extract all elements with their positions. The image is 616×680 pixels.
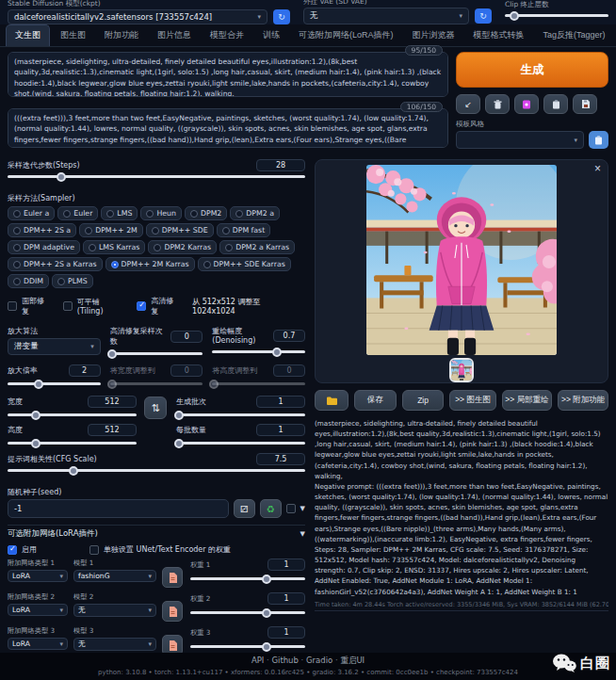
reload-ui-link[interactable]: 重启UI [332,656,365,665]
batch-size-slider[interactable] [176,438,305,448]
upscale-by-slider[interactable] [8,379,101,389]
sampler-option-selected[interactable]: DPM++ 2M Karras [105,257,195,271]
width-value[interactable]: 512 [88,396,137,408]
slider-handle[interactable] [262,575,271,584]
steps-value[interactable]: 28 [256,159,305,171]
model-refresh-button[interactable]: ↻ [273,9,290,24]
sampler-option[interactable]: PLMS [52,274,93,288]
sampler-option[interactable]: DPM2 a [230,206,280,220]
model-slot-dropdown[interactable]: fashionG▾ [73,570,156,582]
model-slot-dropdown[interactable]: 无▾ [73,604,156,617]
read-params-button[interactable]: ↙ [456,94,480,114]
generated-image[interactable] [366,165,557,355]
batch-count-slider[interactable] [176,410,305,420]
send-to-inpaint-button[interactable]: >> 局部重绘 [502,390,553,411]
restore-faces-checkbox[interactable]: 面部修复 [8,296,52,316]
generate-button[interactable]: 生成 [456,52,608,88]
extra-seed-checkbox[interactable] [286,504,296,513]
denoising-value[interactable]: 0.7 [273,330,305,342]
lora-accordion-header[interactable]: 可选附加网络(LoRA插件) ▼ [8,528,305,540]
slider-handle[interactable] [262,642,271,652]
network-type-dropdown[interactable]: LoRA▾ [8,638,68,650]
hires-fix-checkbox[interactable]: 高清修复 [137,296,181,316]
sampler-option[interactable]: DPM2 [185,206,227,220]
weight-value[interactable]: 1 [267,626,305,639]
vae-refresh-button[interactable]: ↻ [475,8,492,24]
weight-slider[interactable] [190,607,305,618]
sampler-option[interactable]: DDIM [8,274,49,288]
slider-handle[interactable] [510,11,519,21]
random-seed-button[interactable]: ⚂ [234,499,255,518]
apply-style-button[interactable] [543,94,568,114]
denoising-slider[interactable] [212,347,305,357]
swap-dimensions-button[interactable]: ⇅ [144,397,167,419]
sampler-option[interactable]: DPM2 Karras [148,240,217,254]
open-folder-button[interactable] [315,390,349,411]
tab-image-browser[interactable]: 图片浏览器 [404,25,463,46]
model-dropdown[interactable]: dalceforealisticitallyv2.safetensors [73… [8,9,267,24]
slider-handle[interactable] [69,466,78,476]
slider-handle[interactable] [31,439,41,448]
sampler-option[interactable]: Heun [140,206,182,220]
tab-model-converter[interactable]: 模型格式转换 [465,25,533,46]
model-file-button[interactable] [162,601,183,622]
steps-slider[interactable] [8,171,305,182]
tab-train[interactable]: 训练 [254,25,288,46]
batch-size-value[interactable]: 1 [256,424,305,436]
height-slider[interactable] [8,438,137,448]
sampler-option[interactable]: Euler a [8,206,55,220]
tab-tagger[interactable]: Tag反推(Tagger) [535,25,614,46]
slider-handle[interactable] [107,349,117,359]
weight-slider[interactable] [190,574,305,584]
gradio-link[interactable]: Gradio [299,656,332,665]
slider-handle[interactable] [57,172,66,182]
sampler-option[interactable]: DPM++ 2S a Karras [8,257,103,271]
gallery-thumbnail[interactable] [449,358,474,382]
tab-txt2img[interactable]: 文生图 [6,24,50,46]
hires-steps-value[interactable]: 0 [170,331,203,343]
github-link[interactable]: Github [264,656,299,665]
model-slot-dropdown[interactable]: 无▾ [73,638,156,651]
tab-extras[interactable]: 附加功能 [96,25,147,46]
tab-checkpoint-merger[interactable]: 模型合并 [202,25,252,46]
width-slider[interactable] [8,410,137,420]
apply-selected-style-button[interactable] [589,131,608,149]
api-link[interactable]: API [251,656,264,665]
slider-handle[interactable] [31,411,41,420]
slider-handle[interactable] [174,411,184,420]
weight-value[interactable]: 1 [267,592,305,605]
send-to-extras-button[interactable]: >> 附加功能 [558,390,608,411]
sampler-option[interactable]: LMS Karras [83,240,145,254]
lora-enable-checkbox[interactable]: 启用 [8,544,37,555]
zip-button[interactable]: Zip [402,390,445,411]
save-button[interactable]: 保存 [354,390,397,411]
weight-slider[interactable] [190,641,305,652]
weight-value[interactable]: 1 [267,559,305,571]
clear-prompt-button[interactable] [485,94,510,114]
slider-handle[interactable] [272,348,282,357]
slider-handle[interactable] [34,380,43,389]
height-value[interactable]: 512 [88,424,137,436]
hires-steps-slider[interactable] [110,348,203,359]
reuse-seed-button[interactable]: ♻ [260,499,282,518]
cfg-slider[interactable] [8,465,305,476]
clip-skip-slider[interactable] [505,10,608,21]
vae-dropdown[interactable]: 无 ▾ [303,8,469,24]
upscaler-dropdown[interactable]: 潜变量▾ [8,338,101,355]
tab-png-info[interactable]: 图片信息 [149,25,200,46]
sampler-option[interactable]: DPM++ SDE [146,223,214,237]
sampler-option[interactable]: Euler [57,206,98,220]
network-type-dropdown[interactable]: LoRA▾ [8,570,68,582]
prompt-input[interactable]: (masterpiece, sidelighting, ultra-detail… [8,52,448,97]
batch-count-value[interactable]: 1 [256,396,305,408]
tab-img2img[interactable]: 图生图 [52,25,94,46]
tab-additional-networks[interactable]: 可选附加网络(LoRA插件) [290,25,402,46]
sampler-option[interactable]: DPM fast [217,223,271,237]
style-dropdown[interactable]: ▾ [456,131,584,149]
upscale-by-value[interactable]: 2 [69,364,101,377]
sampler-option[interactable]: DPM adaptive [8,240,80,254]
model-file-button[interactable] [162,567,183,588]
extra-networks-button[interactable] [514,94,539,114]
lora-separate-weights-checkbox[interactable]: 单独设置 UNet/Text Encoder 的权重 [89,544,231,555]
save-style-button[interactable] [573,94,597,114]
